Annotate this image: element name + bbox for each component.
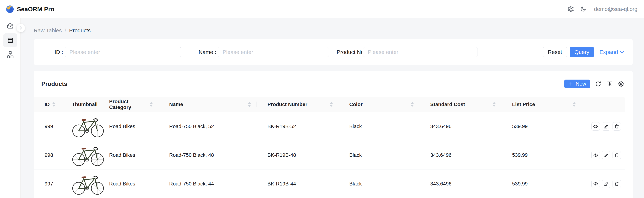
reset-button[interactable]: Reset [543,47,567,57]
filter-label-id: ID : [54,49,63,55]
cell-list-price: 539.99 [501,112,581,141]
sidebar [0,18,20,198]
breadcrumb-products: Products [69,27,90,34]
sidebar-item-dashboard[interactable] [3,19,17,33]
column-settings-gear-icon[interactable] [618,80,624,87]
table-row: 999 [34,112,633,141]
column-header-product-category[interactable]: Product Category [98,97,158,112]
table-row: 998 [34,141,633,170]
trash-icon [614,124,619,129]
cell-actions [581,170,625,198]
filter-item-product-number: Product Nun [336,47,478,57]
sidebar-item-raw-tables[interactable] [3,33,17,47]
cell-standard-cost: 343.6496 [419,170,501,198]
sort-icon[interactable] [52,102,56,107]
column-header-name[interactable]: Name [158,97,256,112]
cell-name: Road-750 Black, 52 [158,112,256,141]
view-record-button[interactable] [592,122,600,131]
filter-item-name: Name : [199,47,329,57]
query-button[interactable]: Query [570,47,594,57]
cell-id: 997 [34,170,61,198]
sort-icon[interactable] [410,102,414,107]
cell-product-number: BK-R19B-48 [256,141,338,170]
edit-pencil-icon [604,124,609,129]
sort-icon[interactable] [150,102,153,107]
graphql-icon[interactable] [568,6,574,12]
view-record-button[interactable] [592,180,600,188]
sort-icon[interactable] [492,102,496,107]
edit-record-button[interactable] [602,151,610,159]
table-icon [6,37,14,44]
filter-label-name: Name : [199,49,216,55]
trash-icon [614,181,619,186]
filter-panel: ID : Name : Product Nun Reset Query Expa… [34,39,633,65]
filter-actions: Reset Query Expand [543,47,624,57]
main-content: Raw Tables / Products ID : Name : Produc… [20,18,644,198]
row-height-icon[interactable] [606,80,613,87]
cell-list-price: 539.99 [501,141,581,170]
table-toolbar: New [564,80,624,88]
edit-record-button[interactable] [602,122,610,131]
scrollbar-gutter [625,170,633,198]
breadcrumb-raw-tables[interactable]: Raw Tables [34,27,62,34]
gauge-icon [6,22,14,30]
sitemap-icon [6,51,14,58]
topbar-right: demo@sea-ql.org [568,6,638,12]
edit-pencil-icon [604,153,609,158]
eye-icon [593,181,598,186]
sort-icon[interactable] [572,102,576,107]
column-header-thumbnail[interactable]: Thumbnail [61,97,98,112]
user-email[interactable]: demo@sea-ql.org [594,6,638,12]
table-card-header: Products New [34,71,633,97]
cell-product-number: BK-R19B-44 [256,170,338,198]
sort-icon[interactable] [248,102,251,107]
column-header-id[interactable]: ID [34,97,61,112]
filter-input-id[interactable] [65,47,182,57]
scrollbar-gutter [625,97,633,112]
cell-name: Road-750 Black, 48 [158,141,256,170]
edit-record-button[interactable] [602,180,610,188]
breadcrumb-separator: / [65,27,66,34]
delete-record-button[interactable] [612,151,621,159]
table-row: 997 [34,170,633,198]
cell-name: Road-750 Black, 44 [158,170,256,198]
sidebar-collapse-button[interactable] [16,24,25,32]
column-header-actions [581,97,625,112]
filter-input-product-number[interactable] [363,47,478,57]
dark-mode-moon-icon[interactable] [580,6,587,12]
cell-list-price: 539.99 [501,170,581,198]
cell-product-category: Road Bikes [98,170,158,198]
refresh-icon[interactable] [595,80,602,87]
app-title: SeaORM Pro [17,6,54,13]
sort-icon[interactable] [330,102,333,107]
sidebar-item-composite-tables[interactable] [3,47,17,62]
products-table: ID Thumbnail Product Category Name [34,97,633,198]
cell-actions [581,141,625,170]
cell-id: 999 [34,112,61,141]
cell-standard-cost: 343.6496 [419,112,501,141]
scrollbar-gutter [625,141,633,170]
expand-label: Expand [600,49,618,55]
scrollbar-gutter [625,112,633,141]
seaorm-logo-icon [6,5,14,13]
delete-record-button[interactable] [612,180,621,188]
chevron-down-icon [620,50,624,55]
column-header-color[interactable]: Color [338,97,419,112]
view-record-button[interactable] [592,151,600,159]
top-header: SeaORM Pro demo@sea-ql.org [0,0,644,18]
expand-toggle[interactable]: Expand [600,49,624,55]
filter-input-name[interactable] [218,47,329,57]
table-title: Products [41,80,67,87]
column-header-product-number[interactable]: Product Number [256,97,338,112]
cell-standard-cost: 343.6496 [419,141,501,170]
cell-thumbnail [61,112,98,141]
table-header-row: ID Thumbnail Product Category Name [34,97,633,112]
delete-record-button[interactable] [612,122,621,131]
cell-product-category: Road Bikes [98,141,158,170]
new-record-button[interactable]: New [564,80,590,88]
column-header-list-price[interactable]: List Price [501,97,581,112]
eye-icon [593,124,598,129]
cell-color: Black [338,141,419,170]
column-header-standard-cost[interactable]: Standard Cost [419,97,501,112]
cell-product-category: Road Bikes [98,112,158,141]
